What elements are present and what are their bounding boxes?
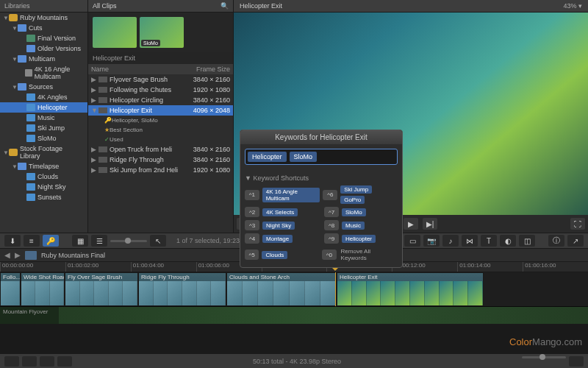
clip-subrow[interactable]: 🔑 Helicopter, SloMo	[88, 116, 233, 125]
history-back-icon[interactable]: ◀	[4, 251, 10, 259]
sidebar-item[interactable]: ▼Stock Footage Library	[0, 144, 87, 161]
clip-appearance-button[interactable]	[569, 356, 584, 367]
next-button[interactable]: ▶|	[423, 218, 437, 230]
sidebar-item[interactable]: ▼Ruby Mountains	[0, 13, 87, 23]
browser-clip-title: Helicopter Exit	[88, 52, 233, 64]
remove-keywords[interactable]: Remove All Keywords	[340, 247, 398, 263]
sidebar-item[interactable]: 4K 16 Angle Multicam	[0, 64, 87, 82]
timeline-clip[interactable]: Follo...	[0, 272, 21, 306]
clip-row[interactable]: ▶Ski Jump from 2nd Heli1920 × 1080	[88, 165, 233, 175]
project-title: Ruby Mountains Final	[41, 252, 105, 259]
sidebar-item[interactable]: ▼Sources	[0, 82, 87, 92]
clip-row[interactable]: ▶Helicopter Circling3840 × 2160	[88, 95, 233, 105]
bottom-bar: 50:13 total - 4K 23.98p Stereo	[0, 353, 588, 368]
keyword-tag[interactable]: SloMo	[290, 152, 318, 162]
keyword-chip[interactable]: Night Sky	[262, 222, 295, 230]
keyword-chip[interactable]: Montage	[262, 235, 293, 243]
shortcut-key: ^4	[245, 233, 259, 244]
sidebar-item[interactable]: ▼Cuts	[0, 23, 87, 33]
keyword-chip[interactable]: SloMo	[342, 208, 366, 216]
audio-waveform	[59, 307, 588, 324]
timeline-clip[interactable]: Wide Shot Road...	[21, 272, 65, 306]
ruler-tick: 01:00:02:00	[65, 262, 131, 272]
skimming-button[interactable]	[22, 356, 37, 367]
sidebar-item[interactable]: Clouds	[0, 171, 87, 182]
timeline-clip[interactable]: Helicopter Exit	[337, 272, 484, 306]
index-button[interactable]	[4, 356, 19, 367]
list-button[interactable]: ☰	[91, 235, 107, 247]
play-button[interactable]: ▶	[404, 218, 418, 230]
column-name[interactable]: Name	[91, 66, 189, 73]
shortcut-key: ^2	[245, 207, 259, 217]
titles-button[interactable]: T	[481, 235, 497, 247]
sidebar-item[interactable]: Helicopter	[0, 102, 87, 113]
library-list-button[interactable]: ≡	[24, 235, 40, 247]
video-track[interactable]: Follo...Wide Shot Road...Fly Over Sage B…	[0, 272, 588, 306]
sidebar-item[interactable]: Night Sky	[0, 182, 87, 192]
import-button[interactable]: ⬇	[4, 235, 21, 247]
sidebar-item[interactable]: Sunsets	[0, 192, 87, 202]
keyword-chip[interactable]: GoPro	[340, 196, 365, 204]
inspector-button[interactable]: ⓘ	[548, 235, 564, 247]
keyword-tool-button[interactable]: 🔑	[43, 235, 59, 247]
shortcut-key: ^8	[324, 220, 339, 230]
filter-dropdown[interactable]: All Clips	[93, 2, 117, 10]
clip-row[interactable]: ▼Helicopter Exit4096 × 2048	[88, 105, 233, 116]
themes-button[interactable]: ◫	[519, 235, 535, 247]
timeline-clip[interactable]: Ridge Fly Through	[138, 272, 226, 306]
share-button[interactable]: ↗	[567, 235, 584, 247]
clip-row[interactable]: ▶Open Truck from Heli3840 × 2160	[88, 144, 233, 155]
effects-button[interactable]: ▭	[404, 235, 420, 247]
clip-height-slider[interactable]	[110, 240, 147, 242]
clip-thumbnail[interactable]	[93, 17, 137, 48]
timeline-clip[interactable]: Fly Over Sage Brush	[65, 272, 138, 306]
sidebar-item[interactable]: Ski Jump	[0, 123, 87, 133]
sidebar-item[interactable]: Final Version	[0, 33, 87, 43]
shortcut-key: ^6	[323, 190, 337, 200]
keyword-shortcut-row: ^14K 16 Angle Multicam^6Ski JumpGoPro	[245, 184, 398, 205]
clip-row[interactable]: ▶Ridge Fly Through3840 × 2160	[88, 155, 233, 165]
sidebar-item[interactable]: ▼Multicam	[0, 54, 87, 64]
keyword-chip[interactable]: 4K 16 Angle Multicam	[262, 188, 320, 202]
solo-button[interactable]	[57, 356, 72, 367]
keyword-shortcut-row: ^24K Selects^7SloMo	[245, 205, 398, 219]
audio-track[interactable]: Mountain Flyover	[0, 306, 588, 324]
keyword-chip[interactable]: Music	[342, 222, 365, 230]
keyword-chip[interactable]: Ski Jump	[340, 185, 372, 194]
zoom-dropdown[interactable]: 43% ▾	[563, 2, 582, 10]
playhead[interactable]	[335, 272, 336, 306]
zoom-slider[interactable]	[522, 356, 566, 358]
snapping-button[interactable]	[40, 356, 54, 367]
sidebar-item[interactable]: Older Versions	[0, 43, 87, 54]
keyword-chip[interactable]: Helicopter	[342, 235, 376, 243]
filmstrip-button[interactable]: ▦	[72, 235, 88, 247]
arrow-tool[interactable]: ↖	[150, 235, 166, 247]
clip-subrow[interactable]: ★ Best Section	[88, 125, 233, 135]
sidebar-item[interactable]: Music	[0, 113, 87, 123]
keywords-input[interactable]: Helicopter SloMo	[245, 149, 398, 165]
ruler-tick: 01:00:14:00	[457, 262, 523, 272]
search-icon[interactable]: 🔍	[220, 2, 229, 10]
music-button[interactable]: ♪	[442, 235, 459, 247]
sidebar-item[interactable]: ▼Timelapse	[0, 161, 87, 171]
clip-subrow[interactable]: ✓ Used	[88, 135, 233, 144]
column-framesize[interactable]: Frame Size	[189, 66, 230, 73]
history-fwd-icon[interactable]: ▶	[15, 251, 21, 259]
keyword-tag[interactable]: Helicopter	[248, 152, 287, 162]
generators-button[interactable]: ◐	[500, 235, 516, 247]
clip-row[interactable]: ▶Following the Chutes1920 × 1080	[88, 85, 233, 95]
library-sidebar: Libraries ▼Ruby Mountains▼CutsFinal Vers…	[0, 0, 88, 233]
keyword-chip[interactable]: Clouds	[262, 251, 287, 259]
clip-thumbnail[interactable]: SloMo	[140, 17, 184, 48]
clip-row[interactable]: ▶Flyover Sage Brush3840 × 2160	[88, 74, 233, 85]
photos-button[interactable]: 📷	[423, 235, 440, 247]
fullscreen-button[interactable]: ⛶	[570, 218, 585, 230]
sidebar-item[interactable]: 4K Angles	[0, 92, 87, 102]
transitions-button[interactable]: ⋈	[462, 235, 478, 247]
viewer-title: Helicopter Exit	[240, 2, 282, 10]
keyword-shortcut-row: ^3Night Sky^8Music	[245, 219, 398, 232]
keyword-chip[interactable]: 4K Selects	[262, 208, 298, 216]
timeline-clip[interactable]: Clouds and Stone Arch	[226, 272, 337, 306]
keywords-title: Keywords for Helicopter Exit	[240, 130, 402, 144]
sidebar-item[interactable]: SloMo	[0, 133, 87, 144]
